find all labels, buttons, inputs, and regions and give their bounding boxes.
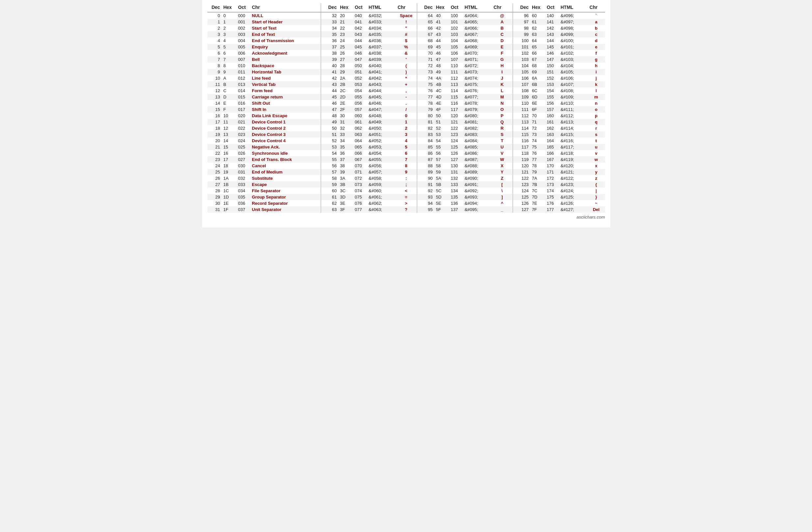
cell-chr4: y xyxy=(588,169,605,175)
cell-dec3: 88 xyxy=(417,163,435,169)
cell-hex3: 50 xyxy=(435,113,450,119)
cell-hex: 12 xyxy=(222,125,237,131)
cell-oct4: 171 xyxy=(546,169,559,175)
cell-dec: 18 xyxy=(207,125,222,131)
cell-dec3: 82 xyxy=(417,125,435,131)
cell-dec: 9 xyxy=(207,69,222,75)
cell-dec2: 50 xyxy=(321,125,339,131)
cell-chr-name: Synchronous idle xyxy=(250,150,321,156)
cell-hex4: 76 xyxy=(531,150,546,156)
cell-oct4: 170 xyxy=(546,163,559,169)
cell-hex3: 48 xyxy=(435,62,450,69)
table-row: 271B033Escape593B073&#059;;915B133&#091;… xyxy=(207,182,605,188)
cell-hex4: 66 xyxy=(531,50,546,56)
cell-chr2: ' xyxy=(396,56,417,62)
cell-oct2: 053 xyxy=(353,81,367,88)
cell-dec: 2 xyxy=(207,25,222,31)
cell-chr-name: Bell xyxy=(250,56,321,62)
cell-dec3: 64 xyxy=(417,12,435,19)
cell-hex: 4 xyxy=(222,38,237,44)
cell-dec2: 44 xyxy=(321,88,339,94)
col-html-4: HTML xyxy=(559,3,588,12)
cell-chr2: & xyxy=(396,50,417,56)
cell-hex: 13 xyxy=(222,131,237,138)
table-row: 261A032Substitute583A072&#058;:905A132&#… xyxy=(207,175,605,182)
col-dec-3: Dec xyxy=(417,3,435,12)
cell-chr3: Y xyxy=(492,169,513,175)
cell-oct3: 123 xyxy=(449,131,463,138)
cell-dec: 16 xyxy=(207,113,222,119)
cell-dec4: 98 xyxy=(513,25,531,31)
cell-hex3: 55 xyxy=(435,144,450,150)
cell-chr3: [ xyxy=(492,182,513,188)
cell-hex: 19 xyxy=(222,169,237,175)
cell-html4: &#102; xyxy=(559,50,588,56)
cell-hex: 2 xyxy=(222,25,237,31)
cell-dec2: 39 xyxy=(321,56,339,62)
cell-oct3: 131 xyxy=(449,169,463,175)
cell-html4: &#119; xyxy=(559,156,588,163)
cell-dec3: 93 xyxy=(417,194,435,200)
cell-dec4: 115 xyxy=(513,131,531,138)
cell-hex4: 74 xyxy=(531,138,546,144)
cell-oct: 024 xyxy=(237,138,250,144)
cell-html3: &#082; xyxy=(463,125,492,131)
table-row: 12C014Form feed442C054&#044;,764C114&#07… xyxy=(207,88,605,94)
cell-chr3: A xyxy=(492,19,513,25)
cell-dec2: 32 xyxy=(321,12,339,19)
cell-html2: &#063; xyxy=(367,206,396,213)
cell-oct4: 146 xyxy=(546,50,559,56)
cell-html3: &#078; xyxy=(463,100,492,106)
cell-dec: 3 xyxy=(207,31,222,38)
cell-html3: &#084; xyxy=(463,138,492,144)
cell-chr3: Z xyxy=(492,175,513,182)
cell-hex4: 7A xyxy=(531,175,546,182)
cell-oct: 004 xyxy=(237,38,250,44)
cell-oct: 014 xyxy=(237,88,250,94)
cell-html3: &#071; xyxy=(463,56,492,62)
cell-hex2: 29 xyxy=(339,69,353,75)
cell-dec4: 107 xyxy=(513,81,531,88)
col-hex-4: Hex xyxy=(531,3,546,12)
cell-hex2: 37 xyxy=(339,156,353,163)
cell-hex2: 21 xyxy=(339,19,353,25)
cell-html2: &#046; xyxy=(367,100,396,106)
cell-dec3: 80 xyxy=(417,113,435,119)
cell-dec: 0 xyxy=(207,12,222,19)
cell-html3: &#077; xyxy=(463,94,492,100)
table-header-row: Dec Hex Oct Chr Dec Hex Oct HTML Chr Dec… xyxy=(207,3,605,12)
cell-dec: 12 xyxy=(207,88,222,94)
cell-hex2: 35 xyxy=(339,144,353,150)
cell-hex3: 47 xyxy=(435,56,450,62)
cell-oct3: 127 xyxy=(449,156,463,163)
cell-hex4: 78 xyxy=(531,163,546,169)
cell-hex2: 34 xyxy=(339,138,353,144)
table-row: 2418030Cancel5638070&#056;88858130&#088;… xyxy=(207,163,605,169)
cell-chr-name: Group Separator xyxy=(250,194,321,200)
cell-chr3: Q xyxy=(492,119,513,125)
cell-chr3: ^ xyxy=(492,200,513,206)
cell-dec3: 66 xyxy=(417,25,435,31)
cell-html4: &#121; xyxy=(559,169,588,175)
cell-oct2: 067 xyxy=(353,156,367,163)
cell-chr-name: End of Trans. Block xyxy=(250,156,321,163)
cell-dec: 7 xyxy=(207,56,222,62)
cell-chr4: d xyxy=(588,38,605,44)
cell-oct4: 155 xyxy=(546,94,559,100)
cell-hex: 1 xyxy=(222,19,237,25)
cell-dec4: 114 xyxy=(513,125,531,131)
cell-chr-name: Device Control 2 xyxy=(250,125,321,131)
col-oct-2: Oct xyxy=(353,3,367,12)
cell-chr3: G xyxy=(492,56,513,62)
cell-chr3: \ xyxy=(492,188,513,194)
cell-oct: 037 xyxy=(237,206,250,213)
cell-hex2: 24 xyxy=(339,38,353,44)
table-row: 88010Backspace4028050&#040;(7248110&#072… xyxy=(207,62,605,69)
cell-html2: &#042; xyxy=(367,75,396,81)
cell-hex3: 46 xyxy=(435,50,450,56)
cell-chr2: ; xyxy=(396,182,417,188)
cell-oct4: 174 xyxy=(546,188,559,194)
cell-chr-name: Vertical Tab xyxy=(250,81,321,88)
cell-chr4: z xyxy=(588,175,605,182)
cell-hex: 17 xyxy=(222,156,237,163)
